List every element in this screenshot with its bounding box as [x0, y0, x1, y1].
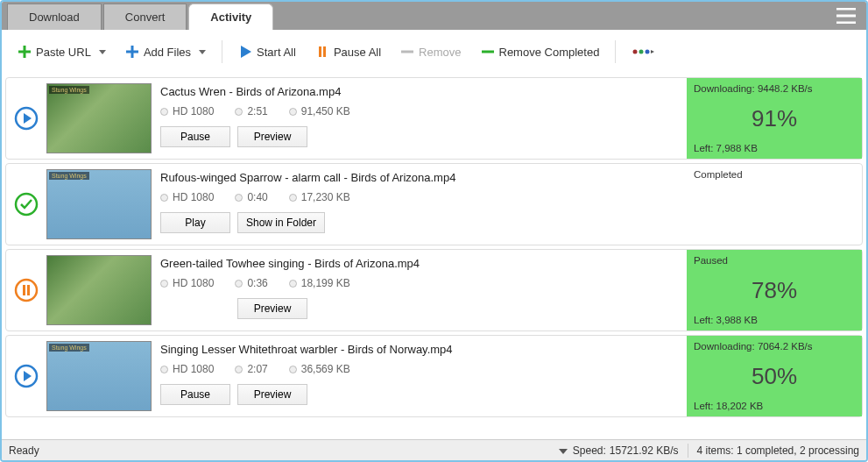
minus-icon [481, 48, 495, 55]
play-circle-icon [14, 364, 39, 388]
dot-icon [289, 194, 297, 202]
dot-icon [235, 194, 243, 202]
chevron-down-icon [199, 50, 206, 54]
meta-quality: HD 1080 [160, 277, 214, 289]
item-body: Singing Lesser Whitethroat warbler - Bir… [152, 336, 687, 416]
status-left: Left: 3,988 KB [687, 315, 862, 325]
item-body: Rufous-winged Sparrow - alarm call - Bir… [152, 164, 687, 245]
item-actions: Pause Preview [160, 126, 678, 147]
dot-icon [289, 280, 297, 288]
paste-url-button[interactable]: Paste URL [11, 41, 113, 62]
item-body: Cactus Wren - Birds of Arizona.mp4 HD 10… [152, 78, 687, 159]
thumbnail: Stung Wings [46, 169, 152, 239]
show-in-folder-button[interactable]: Show in Folder [237, 212, 325, 233]
separator [688, 444, 688, 458]
watermark: Stung Wings [49, 86, 89, 94]
status-icon [6, 78, 46, 159]
dot-icon [235, 366, 243, 373]
tab-download[interactable]: Download [7, 4, 102, 30]
list-item: Stung Wings Singing Lesser Whitethroat w… [5, 335, 863, 417]
tab-convert[interactable]: Convert [103, 4, 187, 30]
tab-bar: Download Convert Activity [2, 2, 866, 30]
status-left: Left: 18,202 KB [687, 401, 862, 411]
meta-duration: 0:36 [235, 277, 267, 289]
item-meta: HD 1080 0:40 17,230 KB [160, 191, 678, 203]
status-summary: 4 items: 1 completed, 2 processing [697, 444, 859, 457]
remove-label: Remove [419, 46, 461, 59]
preview-button[interactable]: Preview [237, 298, 307, 319]
play-icon [238, 45, 252, 59]
list-item: Stung Wings Rufous-winged Sparrow - alar… [5, 163, 863, 245]
status-top: Completed [687, 169, 862, 180]
svg-point-0 [633, 50, 638, 54]
svg-point-5 [16, 280, 37, 301]
watermark: Stung Wings [49, 344, 89, 352]
item-actions: Preview [160, 298, 678, 319]
watermark: Stung Wings [49, 172, 89, 180]
list-item: Stung Wings Cactus Wren - Birds of Arizo… [5, 77, 863, 160]
meta-size: 91,450 KB [289, 105, 350, 117]
status-panel: Downloading: 7064.2 KB/s 50% Left: 18,20… [687, 336, 862, 416]
item-meta: HD 1080 2:07 36,569 KB [160, 363, 678, 375]
item-body: Green-tailed Towhee singing - Birds of A… [152, 250, 687, 331]
status-panel: Downloading: 9448.2 KB/s 91% Left: 7,988… [687, 78, 862, 159]
svg-point-2 [646, 50, 650, 54]
separator [615, 40, 616, 63]
status-top: Paused [687, 255, 862, 266]
add-files-button[interactable]: Add Files [118, 41, 213, 62]
meta-quality: HD 1080 [160, 191, 214, 203]
dot-icon [160, 366, 168, 373]
status-top: Downloading: 9448.2 KB/s [687, 83, 862, 94]
dot-icon [235, 280, 243, 288]
paste-url-label: Paste URL [36, 46, 91, 59]
start-all-button[interactable]: Start All [231, 41, 303, 62]
list-item: Green-tailed Towhee singing - Birds of A… [5, 249, 863, 331]
plus-icon [125, 45, 139, 59]
status-percent: 50% [687, 363, 862, 390]
remove-button: Remove [393, 42, 468, 62]
remove-completed-label: Remove Completed [499, 46, 600, 59]
pause-button[interactable]: Pause [160, 384, 230, 405]
item-meta: HD 1080 2:51 91,450 KB [160, 105, 678, 117]
play-button[interactable]: Play [160, 212, 230, 233]
item-actions: Pause Preview [160, 384, 678, 405]
item-meta: HD 1080 0:36 18,199 KB [160, 277, 678, 289]
minus-icon [400, 48, 414, 55]
pause-button[interactable]: Pause [160, 126, 230, 147]
menu-icon[interactable] [826, 8, 866, 24]
separator [222, 40, 222, 63]
status-panel: Completed [687, 164, 862, 245]
start-all-label: Start All [257, 46, 296, 59]
check-circle-icon [14, 192, 39, 217]
dot-icon [160, 280, 168, 288]
meta-size: 36,569 KB [289, 363, 350, 375]
preview-button[interactable]: Preview [237, 126, 307, 147]
status-icon [6, 250, 46, 331]
status-bar: Ready Speed: 15721.92 KB/s 4 items: 1 co… [2, 439, 866, 460]
dot-icon [160, 194, 168, 202]
item-actions: Play Show in Folder [160, 212, 678, 233]
meta-quality: HD 1080 [160, 105, 214, 117]
status-ready: Ready [9, 444, 39, 457]
dot-icon [289, 108, 297, 116]
item-title: Singing Lesser Whitethroat warbler - Bir… [160, 343, 678, 356]
item-title: Cactus Wren - Birds of Arizona.mp4 [160, 85, 678, 98]
down-arrow-icon [557, 444, 569, 457]
preview-button[interactable]: Preview [237, 384, 307, 405]
status-percent: 91% [687, 105, 862, 132]
thumbnail: Stung Wings [46, 83, 152, 153]
dots-icon [632, 46, 656, 57]
pause-all-button[interactable]: Pause All [308, 41, 388, 62]
status-percent: 78% [687, 277, 862, 304]
meta-duration: 2:07 [235, 363, 267, 375]
tab-activity[interactable]: Activity [188, 4, 273, 30]
speed-value: 15721.92 KB/s [610, 444, 679, 457]
speed-label: Speed: [573, 444, 606, 457]
status-icon [6, 164, 46, 245]
pause-all-label: Pause All [334, 46, 381, 59]
download-list: Stung Wings Cactus Wren - Birds of Arizo… [2, 74, 866, 439]
play-circle-icon [14, 106, 39, 131]
more-button[interactable] [625, 43, 663, 60]
dot-icon [160, 108, 168, 116]
remove-completed-button[interactable]: Remove Completed [474, 42, 607, 62]
